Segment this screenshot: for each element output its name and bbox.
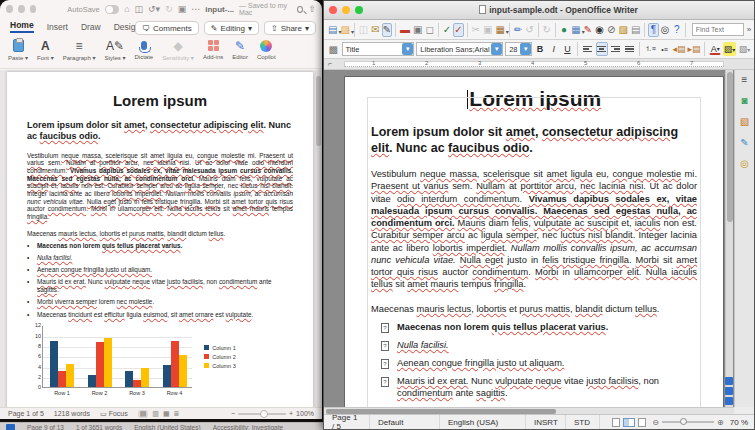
dictate-button[interactable]: Dictate	[134, 38, 153, 60]
background-color-button[interactable]: ▧▾	[738, 42, 751, 56]
oo-page[interactable]: Lorem ipsumLorem ipsum dolor sit amet, c…	[344, 76, 724, 407]
styles-panel-icon[interactable]: ▩	[327, 42, 340, 56]
page-indicator[interactable]: Page 1 / 5	[324, 415, 370, 429]
word-document-area[interactable]: Lorem ipsumLorem ipsum dolor sit amet, c…	[0, 70, 322, 407]
tab-stop-selector-icon[interactable]: ⌐	[328, 60, 332, 67]
formatting-marks-icon[interactable]: ¶	[648, 23, 659, 37]
page-indicator[interactable]: Page 1 of 5	[8, 410, 44, 417]
zoom-in-button[interactable]: ⊕	[717, 418, 724, 427]
word-page[interactable]: Lorem ipsumLorem ipsum dolor sit amet, c…	[7, 72, 313, 412]
gallery-panel-icon[interactable]: ▧	[737, 114, 752, 129]
multi-page-view-icon[interactable]	[623, 418, 635, 427]
language-selector[interactable]: English (USA)	[440, 415, 526, 429]
gallery-icon[interactable]: ▨	[618, 23, 629, 37]
font-color-button[interactable]: A▾	[709, 43, 721, 55]
draw-functions-icon[interactable]: ✎	[583, 23, 594, 37]
zoom-in-button[interactable]: +	[289, 410, 293, 417]
paste-button[interactable]: Paste ▾	[8, 38, 28, 61]
edit-mode-icon[interactable]: ✎	[382, 23, 393, 37]
align-left-button[interactable]	[582, 42, 594, 56]
spellcheck-icon[interactable]: ✓	[442, 23, 453, 37]
chevron-down-icon[interactable]: ▼	[402, 43, 413, 55]
data-sources-icon[interactable]: ▤	[630, 23, 641, 37]
tab-home[interactable]: Home	[10, 20, 34, 33]
saved-status[interactable]: — Saved to my Mac	[239, 2, 292, 16]
minimize-button[interactable]	[18, 5, 25, 13]
copilot-button[interactable]: Copilot	[257, 38, 276, 60]
decrease-indent-button[interactable]: ◂▤	[672, 42, 685, 56]
table-icon[interactable]: ▦▾	[570, 23, 581, 37]
paragraph-button[interactable]: ≡Paragraph ▾	[63, 38, 96, 61]
redo-icon[interactable]: ↻	[165, 5, 173, 14]
underline-button[interactable]: U	[562, 42, 574, 56]
cut-icon[interactable]: ✂	[470, 23, 481, 37]
close-button[interactable]	[6, 5, 13, 13]
undo-icon[interactable]: ↺	[524, 23, 535, 37]
word-vertical-scrollbar[interactable]	[316, 76, 321, 146]
paste-icon[interactable]: ▦▾	[494, 23, 505, 37]
zoom-slider[interactable]	[662, 421, 714, 423]
bold-button[interactable]: B	[534, 42, 546, 56]
navigator-icon[interactable]: ⊘	[606, 23, 617, 37]
minimize-button[interactable]	[342, 6, 350, 14]
chevron-down-icon[interactable]: ▼	[491, 43, 502, 55]
sensitivity-button[interactable]: ◆Sensitivity ▾	[162, 38, 194, 61]
print-icon[interactable]: ▣	[178, 5, 187, 14]
zoom-icon[interactable]: ◎	[660, 23, 671, 37]
more-icon[interactable]: ⋯	[191, 5, 200, 14]
new-doc-icon[interactable]: ▤▾	[327, 23, 338, 37]
single-page-view-icon[interactable]	[612, 418, 620, 427]
styles-button[interactable]: A✎Styles ▾	[104, 38, 125, 61]
sidebar-menu-icon[interactable]: ≡	[737, 72, 752, 87]
undo-icon[interactable]: ↺▾	[148, 5, 160, 14]
email-icon[interactable]: ✉	[370, 23, 381, 37]
hyperlink-icon[interactable]: ●	[559, 23, 570, 37]
zoom-slider-knob[interactable]	[260, 410, 268, 418]
autospellcheck-icon[interactable]: ✓	[453, 23, 464, 37]
navigation-button[interactable]	[725, 387, 733, 395]
chevron-down-icon[interactable]: ▼	[520, 43, 531, 55]
zoom-level[interactable]: 100%	[296, 410, 314, 417]
focus-button[interactable]: ▭Focus	[100, 410, 128, 418]
copy-icon[interactable]: ▣	[482, 23, 493, 37]
pdf-export-icon[interactable]: ▬	[399, 23, 411, 37]
close-button[interactable]	[329, 6, 337, 14]
share-button[interactable]: ⇧Share ▾	[264, 21, 316, 35]
oo-vertical-scrollbar[interactable]	[725, 70, 733, 407]
open-icon[interactable]: ▨▾	[339, 23, 350, 37]
save-icon[interactable]: ◫	[358, 23, 369, 37]
editor-button[interactable]: ✎Editor	[232, 38, 248, 60]
redo-icon[interactable]: ↻	[541, 23, 552, 37]
zoom-out-button[interactable]: ⊖	[652, 418, 659, 427]
comments-button[interactable]: 🗨Comments	[135, 21, 199, 35]
justify-button[interactable]	[623, 42, 635, 56]
bullets-button[interactable]: •≡	[659, 42, 671, 56]
tab-draw[interactable]: Draw	[81, 22, 101, 32]
autosave-toggle[interactable]	[105, 5, 119, 14]
page-preview-icon[interactable]: ◻	[424, 23, 435, 37]
zoom-button[interactable]	[30, 5, 37, 13]
web-layout-icon[interactable]: ▥	[152, 410, 159, 418]
align-center-button[interactable]	[596, 42, 608, 56]
print-layout-icon[interactable]: ▤	[138, 410, 149, 418]
help-icon[interactable]: ?	[671, 23, 682, 37]
addins-button[interactable]: Add-ins	[203, 38, 223, 60]
increase-indent-button[interactable]: ▸▤	[687, 42, 700, 56]
numbering-button[interactable]: ⒈≡	[644, 42, 657, 56]
read-mode-icon[interactable]: ≣	[174, 410, 180, 418]
save-icon[interactable]: ◫	[135, 5, 144, 14]
view-switcher[interactable]: ▤▥▦≣	[138, 410, 180, 418]
find-text-input[interactable]	[692, 23, 744, 36]
horizontal-ruler[interactable]: ⌐ 1234567	[324, 59, 754, 70]
word-count[interactable]: 1218 words	[54, 410, 90, 417]
zoom-level[interactable]: 70 %	[730, 418, 748, 427]
next-page-button[interactable]	[725, 397, 733, 405]
print-icon[interactable]: ▣	[412, 23, 423, 37]
tab-insert[interactable]: Insert	[47, 22, 68, 32]
share-icon[interactable]: ⇧	[308, 5, 316, 14]
page-style[interactable]: Default	[370, 415, 440, 429]
oo-horizontal-scrollbar[interactable]	[324, 407, 734, 414]
highlighting-button[interactable]: ▨▾	[723, 42, 736, 56]
zoom-slider[interactable]	[238, 413, 286, 415]
font-name-combo[interactable]: Liberation Sans;Arial▼	[416, 42, 503, 56]
